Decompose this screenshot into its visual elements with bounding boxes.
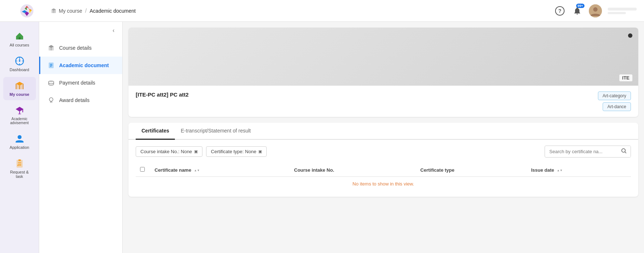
logo-area <box>7 4 46 18</box>
content-area: ITE [ITE-PC att2] PC att2 Art-category A… <box>123 22 644 253</box>
sub-nav-award-details[interactable]: Award details <box>39 91 122 109</box>
sidebar-item-my-course[interactable]: My course <box>3 77 36 100</box>
svg-point-36 <box>49 81 54 82</box>
table-header-issue-date: Issue date ▲▼ <box>527 163 631 177</box>
user-name <box>608 8 637 11</box>
main-layout: All courses Dashboard <box>0 22 644 253</box>
award-details-icon <box>48 97 55 104</box>
intake-filter-label: Course intake No.: None <box>140 149 192 154</box>
academic-document-icon <box>48 62 55 69</box>
svg-point-38 <box>622 149 625 152</box>
help-icon: ? <box>555 6 565 16</box>
sidebar-label-all-courses: All courses <box>10 43 29 47</box>
svg-text:?: ? <box>558 8 562 14</box>
intake-filter-icon: ▣ <box>194 149 198 154</box>
app-logo[interactable] <box>20 4 34 18</box>
svg-point-22 <box>18 113 21 114</box>
user-role <box>608 12 626 14</box>
search-input[interactable] <box>545 147 618 156</box>
table-header-row: Certificate name ▲▼ Course intake No. Ce… <box>136 163 631 177</box>
svg-point-6 <box>593 7 598 12</box>
sidebar-toggle-button[interactable]: ‹ <box>109 26 118 35</box>
sort-name-icon[interactable]: ▲▼ <box>194 169 200 172</box>
course-details-icon <box>48 44 55 52</box>
header-actions: ? 99+ <box>554 4 637 17</box>
svg-point-9 <box>19 60 20 62</box>
sidebar-item-all-courses[interactable]: All courses <box>3 28 36 51</box>
type-filter-icon: ▣ <box>258 149 262 154</box>
sub-nav-label-course-details: Course details <box>59 45 92 51</box>
person-icon <box>15 134 25 144</box>
sub-nav-payment-details[interactable]: Payment details <box>39 74 122 91</box>
search-button[interactable] <box>618 146 631 157</box>
course-info: [ITE-PC att2] PC att2 Art-category Art-d… <box>128 86 638 117</box>
tabs-content: Course intake No.: None ▣ Certificate ty… <box>128 140 638 197</box>
table-header-type: Certificate type <box>416 163 527 177</box>
table-header-name: Certificate name ▲▼ <box>150 163 290 177</box>
svg-point-37 <box>49 98 53 101</box>
intake-filter-chip[interactable]: Course intake No.: None ▣ <box>136 146 202 157</box>
filters-row: Course intake No.: None ▣ Certificate ty… <box>136 146 631 158</box>
svg-point-23 <box>17 135 21 139</box>
sort-date-icon[interactable]: ▲▼ <box>557 169 563 172</box>
compass-icon <box>15 56 25 66</box>
search-icon <box>621 148 627 154</box>
breadcrumb-current: Academic document <box>90 8 136 14</box>
sub-sidebar: ‹ Course details <box>39 22 123 253</box>
svg-marker-14 <box>19 58 20 60</box>
breadcrumb: My course / Academic document <box>51 8 550 14</box>
clipboard-icon <box>15 158 25 168</box>
type-filter-label: Certificate type: None <box>211 149 256 154</box>
avatar[interactable] <box>589 4 602 17</box>
sub-nav-academic-document[interactable]: Academic document <box>39 57 122 74</box>
select-all-checkbox[interactable] <box>140 167 145 172</box>
notifications-button[interactable]: 99+ <box>571 5 583 17</box>
no-items-message: No items to show in this view. <box>353 181 414 187</box>
breadcrumb-separator: / <box>85 8 87 14</box>
top-header: My course / Academic document ? 99+ <box>0 0 644 22</box>
tag-art-dance: Art-dance <box>603 102 631 111</box>
tab-certificates[interactable]: Certificates <box>136 123 175 140</box>
tab-e-transcript[interactable]: E-transcript/Statement of result <box>175 123 257 140</box>
avatar-image <box>589 4 602 17</box>
sidebar-item-request-task[interactable]: Request & task <box>3 155 36 182</box>
sidebar-item-academic-advisement[interactable]: Academic advisement <box>3 102 36 128</box>
box-icon <box>15 81 25 91</box>
sidebar-label-request-task: Request & task <box>6 170 33 179</box>
table-header-checkbox <box>136 163 150 177</box>
svg-line-39 <box>625 152 627 154</box>
sidebar-item-application[interactable]: Application <box>3 130 36 153</box>
cube-icon <box>51 8 57 14</box>
sidebar-label-my-course: My course <box>9 92 29 97</box>
tabs-header: Certificates E-transcript/Statement of r… <box>128 123 638 140</box>
svg-point-28 <box>17 165 19 166</box>
course-tags: Art-category Art-dance <box>598 91 631 111</box>
sub-nav-label-payment-details: Payment details <box>59 80 95 86</box>
banner-label: ITE <box>619 74 632 81</box>
sidebar-label-dashboard: Dashboard <box>10 68 29 72</box>
svg-rect-24 <box>17 160 22 167</box>
notification-badge: 99+ <box>576 4 584 8</box>
course-banner: ITE <box>128 28 638 86</box>
icon-sidebar: All courses Dashboard <box>0 22 39 253</box>
sidebar-item-dashboard[interactable]: Dashboard <box>3 52 36 76</box>
type-filter-chip[interactable]: Certificate type: None ▣ <box>206 146 267 157</box>
course-title: [ITE-PC att2] PC att2 <box>136 91 189 98</box>
breadcrumb-parent[interactable]: My course <box>51 8 82 14</box>
tag-art-category: Art-category <box>598 91 631 100</box>
table-header-intake: Course intake No. <box>290 163 416 177</box>
sidebar-label-academic-advisement: Academic advisement <box>6 117 33 125</box>
sub-nav-label-academic-document: Academic document <box>59 62 109 68</box>
sidebar-label-application: Application <box>10 145 29 150</box>
svg-rect-7 <box>18 37 21 40</box>
course-card: ITE [ITE-PC att2] PC att2 Art-category A… <box>128 28 638 117</box>
payment-details-icon <box>48 79 55 86</box>
home-icon <box>15 31 25 41</box>
help-button[interactable]: ? <box>554 5 566 17</box>
user-info <box>608 8 637 14</box>
svg-rect-25 <box>18 159 21 161</box>
certificates-table: Certificate name ▲▼ Course intake No. Ce… <box>136 163 631 191</box>
graduation-icon <box>15 105 25 115</box>
sub-nav-course-details[interactable]: Course details <box>39 39 122 57</box>
tabs-container: Certificates E-transcript/Statement of r… <box>128 123 638 197</box>
